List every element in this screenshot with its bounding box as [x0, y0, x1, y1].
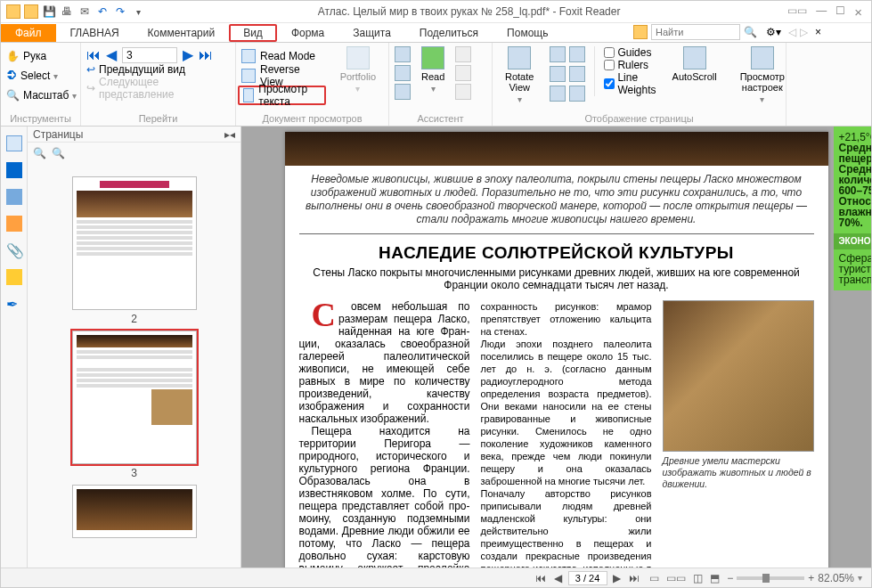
zoom-out-icon[interactable]: −	[727, 572, 733, 584]
status-view-icon-4[interactable]: ⬒	[710, 572, 720, 584]
read-aloud-button[interactable]: Read▾	[414, 46, 452, 94]
read-mode-icon[interactable]	[241, 49, 256, 63]
thumbnail-page[interactable]: 2	[72, 176, 197, 325]
reverse-icon[interactable]	[241, 69, 256, 83]
open-recent-icon[interactable]	[24, 4, 38, 19]
page-input[interactable]	[122, 47, 177, 63]
next-view-link: ↪Следующее представление	[86, 76, 230, 101]
info-sidebar: +21,5°С. Средняя температура в пещере: +…	[834, 127, 872, 290]
assist-icon-4[interactable]	[455, 46, 471, 62]
sb-thumbnail-icon[interactable]	[6, 135, 22, 151]
select-icon[interactable]: ⮊	[6, 69, 17, 82]
layout-icon-3[interactable]	[550, 66, 566, 82]
layout-icon-1[interactable]	[550, 46, 566, 62]
open-icon[interactable]	[6, 4, 20, 19]
tab-close-icon[interactable]: ×	[815, 26, 821, 38]
thumbnail-page[interactable]: 3	[72, 331, 197, 479]
minimize-icon[interactable]: —	[816, 4, 827, 20]
qat-dropdown-icon[interactable]: ▾	[131, 4, 145, 19]
layout-icon-4[interactable]	[569, 66, 585, 82]
hand-icon[interactable]: ✋	[6, 50, 20, 62]
status-last-icon[interactable]: ⏭	[626, 572, 642, 584]
zoom-in-icon[interactable]: +	[808, 572, 814, 584]
content-area: 📎 ✒ Страницы▸◂ 🔍🔍 2 3 +21,5°С. Средняя т…	[1, 127, 871, 568]
thumb-zoom-in-icon[interactable]: 🔍	[33, 147, 46, 159]
assist-icon-6[interactable]	[455, 84, 471, 100]
speaker-icon	[421, 46, 444, 69]
close-icon[interactable]: ×	[854, 4, 862, 20]
thumbs-collapse-icon[interactable]: ▸◂	[224, 128, 235, 141]
maximize-icon[interactable]: ☐	[835, 4, 845, 20]
group-goto-label: Перейти	[86, 113, 230, 124]
thumbnail-page[interactable]	[72, 485, 197, 538]
sb-pages-icon[interactable]	[6, 162, 22, 178]
thumbnails-list[interactable]: 2 3	[28, 164, 240, 568]
rulers-check[interactable]: Rulers	[604, 59, 656, 71]
autoscroll-button[interactable]: AutoScroll	[665, 46, 724, 82]
search-icon[interactable]: 🔍	[744, 26, 757, 38]
status-page-input[interactable]	[568, 571, 607, 585]
thumbnails-panel: Страницы▸◂ 🔍🔍 2 3	[28, 127, 241, 568]
hero-image	[285, 132, 828, 166]
rotate-button[interactable]: Rotate View▾	[498, 46, 541, 104]
sb-comments-icon[interactable]	[6, 216, 22, 232]
tab-protect[interactable]: Защита	[338, 24, 405, 42]
sb-layers-icon[interactable]	[6, 189, 22, 205]
prev-view-link[interactable]: ↩Предыдущий вид	[86, 63, 230, 76]
zoom-icon[interactable]: 🔍	[6, 89, 20, 102]
thumb-zoom-out-icon[interactable]: 🔍	[52, 147, 65, 159]
tab-share[interactable]: Поделиться	[405, 24, 493, 42]
status-next-icon[interactable]: ▶	[610, 572, 623, 584]
first-page-icon[interactable]: ⏮	[86, 47, 101, 63]
layout-icon-2[interactable]	[569, 46, 585, 62]
read-mode[interactable]: Read Mode	[260, 50, 315, 62]
search-folder-icon[interactable]	[633, 25, 648, 39]
gear-icon[interactable]: ⚙▾	[766, 26, 781, 38]
sb-security-icon[interactable]	[6, 269, 22, 285]
zoom-slider[interactable]	[737, 576, 804, 580]
view-settings-button[interactable]: Просмотр настроек▾	[733, 46, 792, 104]
next-page-icon[interactable]: ▶	[183, 46, 193, 63]
nav-prev-icon[interactable]: ◁	[788, 26, 796, 38]
lineweights-check[interactable]: Line Weights	[604, 71, 656, 96]
email-icon[interactable]: ✉	[77, 4, 92, 19]
layout-icon-6[interactable]	[569, 86, 585, 102]
prev-page-icon[interactable]: ◀	[106, 46, 117, 63]
print-icon[interactable]: 🖶	[60, 4, 74, 19]
save-icon[interactable]: 💾	[42, 4, 56, 19]
assist-icon-2[interactable]	[395, 65, 411, 81]
zoom-tool[interactable]: Масштаб	[23, 89, 69, 102]
status-view-icon-2[interactable]: ▭▭	[666, 572, 686, 584]
status-view-icon-1[interactable]: ▭	[649, 572, 659, 584]
assist-icon-5[interactable]	[455, 65, 471, 81]
sb-attach-icon[interactable]: 📎	[6, 242, 22, 258]
text-view[interactable]: Просмотр текста	[258, 83, 320, 108]
hand-tool[interactable]: Рука	[23, 50, 46, 62]
assist-icon-1[interactable]	[395, 46, 411, 62]
select-tool[interactable]: Select	[20, 69, 50, 82]
status-view-icon-3[interactable]: ◫	[693, 572, 703, 584]
tab-view[interactable]: Вид	[229, 24, 277, 42]
pdf-page: +21,5°С. Средняя температура в пещере: +…	[285, 132, 828, 568]
tab-home[interactable]: ГЛАВНАЯ	[56, 24, 134, 42]
tab-file[interactable]: Файл	[1, 24, 56, 42]
document-view[interactable]: +21,5°С. Средняя температура в пещере: +…	[241, 127, 871, 568]
search-input[interactable]	[651, 24, 740, 40]
tab-comment[interactable]: Комментарий	[134, 24, 230, 42]
sb-signature-icon[interactable]: ✒	[6, 296, 22, 312]
undo-icon[interactable]: ↶	[95, 4, 110, 19]
tab-help[interactable]: Помощь	[493, 24, 562, 42]
layout-icon-5[interactable]	[550, 86, 566, 102]
assist-icon-3[interactable]	[395, 84, 411, 100]
status-prev-icon[interactable]: ◀	[551, 572, 565, 584]
ribbon-mode-icon[interactable]: ▭▭	[787, 4, 807, 20]
status-first-icon[interactable]: ⏮	[533, 572, 549, 584]
nav-next-icon[interactable]: ▷	[800, 26, 808, 38]
zoom-dropdown-icon[interactable]: ▾	[858, 573, 862, 583]
article-title: НАСЛЕДИЕ СОЛЮТРЕЙСКОЙ КУЛЬТУРЫ	[299, 243, 814, 263]
redo-icon[interactable]: ↷	[113, 4, 127, 19]
text-view-icon[interactable]	[243, 88, 254, 102]
guides-check[interactable]: Guides	[604, 46, 656, 59]
last-page-icon[interactable]: ⏭	[199, 47, 213, 63]
tab-form[interactable]: Форма	[277, 24, 338, 42]
